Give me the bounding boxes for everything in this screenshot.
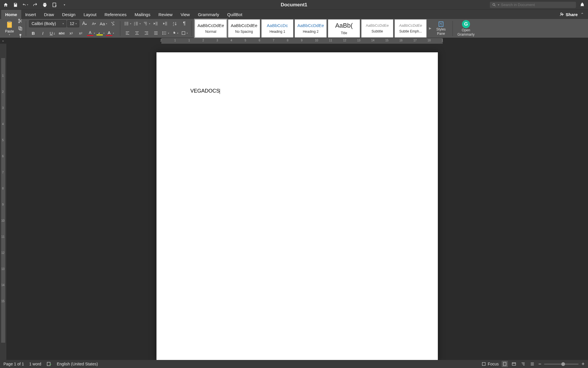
line-spacing-button[interactable]: ▾	[161, 30, 170, 37]
ruler-corner[interactable]: ▸	[0, 38, 6, 44]
tab-grammarly[interactable]: Grammarly	[194, 10, 223, 19]
tab-quillbot[interactable]: QuillBot	[223, 10, 246, 19]
decrease-font-icon[interactable]: A▾	[90, 20, 98, 27]
svg-text:¶: ¶	[440, 22, 442, 26]
outline-view-icon[interactable]	[520, 361, 526, 367]
spellcheck-icon[interactable]	[47, 361, 52, 367]
tab-layout[interactable]: Layout	[80, 10, 100, 19]
svg-rect-23	[512, 363, 516, 365]
text-effects-button[interactable]: A▾	[105, 30, 113, 37]
notifications-icon[interactable]	[579, 2, 585, 8]
style-heading-2[interactable]: AaBbCcDdEeHeading 2	[295, 19, 327, 38]
multilevel-list-button[interactable]: ▾	[142, 20, 151, 27]
styles-pane-label: Styles Pane	[436, 27, 446, 36]
tab-draw[interactable]: Draw	[40, 10, 58, 19]
tab-design[interactable]: Design	[58, 10, 80, 19]
numbered-list-button[interactable]: 123▾	[133, 20, 141, 27]
print-layout-view-icon[interactable]	[502, 361, 508, 367]
svg-rect-20	[47, 362, 50, 366]
status-page[interactable]: Page 1 of 1	[3, 362, 24, 366]
undo-icon[interactable]: ▾	[22, 2, 28, 8]
style-normal[interactable]: AaBbCcDdEeNormal	[195, 19, 227, 38]
tab-review[interactable]: Review	[154, 10, 177, 19]
paste-button[interactable]: Paste ▾	[2, 20, 17, 37]
clear-format-icon[interactable]	[109, 20, 117, 27]
ribbon-tabs: Home Insert Draw Design Layout Reference…	[0, 9, 588, 19]
style-subtle-emphasis[interactable]: AaBbCcDdEeSubtle Emph...	[394, 19, 427, 38]
font-name-select[interactable]: Calibri (Body)▾	[29, 20, 66, 27]
format-painter-icon[interactable]	[18, 33, 23, 39]
zoom-thumb[interactable]	[561, 362, 565, 366]
draft-view-icon[interactable]	[529, 361, 535, 367]
styles-pane-button[interactable]: ¶ Styles Pane	[432, 20, 450, 37]
redo-icon[interactable]	[32, 2, 38, 8]
template-icon[interactable]	[52, 2, 57, 8]
document-text[interactable]: VEGADOCS	[190, 88, 220, 94]
italic-button[interactable]: I	[38, 30, 47, 37]
highlight-button[interactable]: ▾	[95, 30, 104, 37]
grammarly-icon: G	[462, 20, 470, 28]
save-icon[interactable]	[13, 2, 18, 8]
share-button[interactable]: Share	[560, 12, 578, 17]
subscript-button[interactable]: x2	[67, 30, 76, 37]
style-heading-1[interactable]: AaBbCcDcHeading 1	[261, 19, 293, 38]
ribbon-home: Paste ▾ Calibri (Body)▾ 12▾ A▴ A▾ Aa▾ B …	[0, 19, 588, 38]
style-no-spacing[interactable]: AaBbCcDdEeNo Spacing	[228, 19, 260, 38]
style-subtitle[interactable]: AaBbCcDdEeSubtitle	[361, 19, 393, 38]
svg-text:Z: Z	[173, 24, 174, 26]
page-1[interactable]: VEGADOCS	[156, 52, 438, 360]
align-right-button[interactable]	[142, 30, 151, 37]
tab-home[interactable]: Home	[1, 10, 21, 19]
svg-point-10	[125, 23, 125, 24]
horizontal-ruler[interactable]: ▸ 211234567891011121314151617181	[0, 38, 588, 44]
tab-view[interactable]: View	[177, 10, 194, 19]
focus-icon	[481, 362, 486, 366]
search-field[interactable]	[501, 3, 574, 7]
svg-point-11	[125, 24, 125, 25]
increase-indent-button[interactable]	[161, 20, 170, 27]
svg-rect-22	[503, 362, 506, 366]
borders-button[interactable]: ▾	[180, 30, 189, 37]
zoom-slider[interactable]	[544, 364, 579, 365]
ribbon-collapse-icon[interactable]: ⌃	[581, 12, 584, 17]
underline-button[interactable]: U▾	[48, 30, 57, 37]
web-layout-view-icon[interactable]	[511, 361, 517, 367]
font-color-button[interactable]: A▾	[86, 30, 94, 37]
increase-font-icon[interactable]: A▴	[80, 20, 89, 27]
sort-button[interactable]: AZ	[171, 20, 179, 27]
zoom-in-button[interactable]: +	[581, 361, 585, 367]
strikethrough-button[interactable]: abc	[57, 30, 66, 37]
tab-insert[interactable]: Insert	[21, 10, 40, 19]
styles-more-icon[interactable]: ▶	[429, 26, 431, 30]
status-language[interactable]: English (United States)	[57, 362, 98, 366]
vertical-ruler[interactable]: 123456789101112131415	[0, 44, 6, 360]
style-title[interactable]: AaBb(Title	[328, 19, 360, 38]
decrease-indent-button[interactable]	[152, 20, 160, 27]
document-canvas[interactable]: VEGADOCS	[6, 44, 588, 360]
paste-label: Paste	[5, 29, 14, 33]
justify-button[interactable]	[152, 30, 160, 37]
superscript-button[interactable]: x2	[76, 30, 85, 37]
text-cursor	[220, 89, 220, 94]
change-case-icon[interactable]: Aa▾	[99, 20, 108, 27]
align-center-button[interactable]	[133, 30, 141, 37]
focus-button[interactable]: Focus	[481, 362, 499, 366]
bullet-list-button[interactable]: ▾	[123, 20, 132, 27]
qat-customize-icon[interactable]: ▾	[61, 2, 67, 8]
home-icon[interactable]	[3, 2, 9, 8]
font-size-select[interactable]: 12▾	[67, 20, 79, 27]
show-marks-button[interactable]: ¶	[180, 20, 189, 27]
font-size-value: 12	[70, 21, 74, 26]
open-grammarly-button[interactable]: G Open Grammarly	[456, 20, 476, 37]
tab-mailings[interactable]: Mailings	[131, 10, 154, 19]
print-icon[interactable]	[42, 2, 48, 8]
align-left-button[interactable]	[123, 30, 132, 37]
shading-button[interactable]: ▾	[171, 30, 179, 37]
zoom-out-button[interactable]: −	[538, 361, 541, 367]
copy-icon[interactable]	[18, 26, 23, 31]
tab-references[interactable]: References	[100, 10, 131, 19]
bold-button[interactable]: B	[29, 30, 38, 37]
search-input[interactable]: ▾	[490, 2, 576, 8]
cut-icon[interactable]	[18, 18, 23, 24]
status-words[interactable]: 1 word	[29, 362, 41, 366]
